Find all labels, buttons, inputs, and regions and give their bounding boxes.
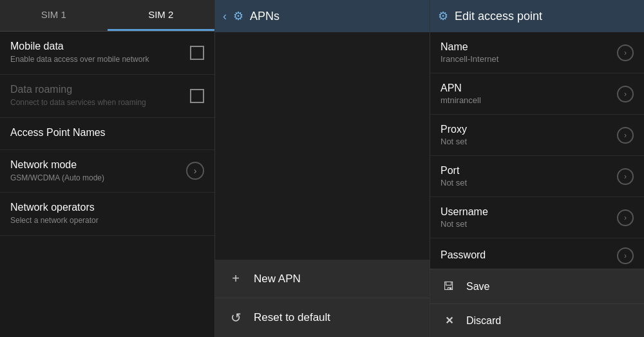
network-mode-title: Network mode	[10, 159, 104, 171]
discard-icon: ✕	[442, 314, 456, 327]
password-chevron: ›	[617, 247, 634, 264]
back-button[interactable]: ‹	[223, 10, 227, 23]
network-operators-title: Network operators	[10, 202, 204, 213]
apn-header-title: APNs	[250, 10, 279, 23]
new-apn-label: New APN	[254, 273, 301, 285]
new-apn-icon: +	[228, 271, 243, 286]
settings-list: Mobile data Enable data access over mobi…	[0, 32, 214, 337]
tab-sim2[interactable]: SIM 2	[108, 0, 215, 31]
edit-item-password[interactable]: Password ›	[430, 238, 644, 269]
apn-field-value: mtnirancell	[440, 95, 481, 105]
network-operators-subtitle: Select a network operator	[10, 215, 204, 226]
edit-gear-icon: ⚙	[438, 9, 448, 23]
discard-label: Discard	[466, 315, 501, 327]
edit-item-proxy[interactable]: Proxy Not set ›	[430, 115, 644, 156]
settings-item-apn[interactable]: Access Point Names	[0, 118, 214, 150]
edit-item-port[interactable]: Port Not set ›	[430, 156, 644, 197]
username-label: Username	[440, 206, 488, 218]
username-value: Not set	[440, 219, 488, 229]
name-label: Name	[440, 41, 498, 53]
username-chevron: ›	[617, 209, 634, 226]
save-label: Save	[466, 281, 489, 293]
edit-item-name[interactable]: Name Irancell-Internet ›	[430, 32, 644, 73]
save-button[interactable]: 🖫 Save	[430, 269, 644, 304]
apn-chevron: ›	[617, 86, 634, 102]
apn-title: Access Point Names	[10, 127, 204, 139]
edit-header-title: Edit access point	[455, 10, 542, 23]
apn-gear-icon: ⚙	[233, 9, 243, 23]
mobile-data-checkbox[interactable]	[190, 46, 204, 60]
settings-item-network-mode[interactable]: Network mode GSM/WCDMA (Auto mode) ›	[0, 150, 214, 193]
discard-button[interactable]: ✕ Discard	[430, 304, 644, 337]
tab-bar: SIM 1 SIM 2	[0, 0, 214, 32]
name-value: Irancell-Internet	[440, 54, 498, 64]
middle-panel: ‹ ⚙ APNs + New APN ↺ Reset to default	[215, 0, 430, 337]
port-value: Not set	[440, 178, 467, 188]
proxy-label: Proxy	[440, 124, 467, 135]
tab-sim1[interactable]: SIM 1	[0, 0, 108, 31]
apn-header: ‹ ⚙ APNs	[215, 0, 430, 32]
right-panel: ⚙ Edit access point Name Irancell-Intern…	[430, 0, 644, 337]
reset-default-button[interactable]: ↺ Reset to default	[215, 298, 430, 337]
settings-item-data-roaming[interactable]: Data roaming Connect to data services wh…	[0, 75, 214, 118]
apn-field-label: APN	[440, 82, 481, 94]
proxy-chevron: ›	[617, 127, 634, 144]
name-chevron: ›	[617, 44, 634, 61]
data-roaming-checkbox[interactable]	[190, 89, 204, 103]
edit-item-username[interactable]: Username Not set ›	[430, 197, 644, 238]
data-roaming-subtitle: Connect to data services when roaming	[10, 97, 146, 108]
save-discard-menu: 🖫 Save ✕ Discard	[430, 269, 644, 337]
mobile-data-title: Mobile data	[10, 41, 149, 52]
edit-list: Name Irancell-Internet › APN mtnirancell…	[430, 32, 644, 269]
mobile-data-subtitle: Enable data access over mobile network	[10, 54, 149, 65]
edit-header: ⚙ Edit access point	[430, 0, 644, 32]
reset-default-label: Reset to default	[254, 311, 330, 324]
settings-item-network-operators[interactable]: Network operators Select a network opera…	[0, 193, 214, 236]
save-icon: 🖫	[442, 280, 456, 293]
reset-default-icon: ↺	[228, 310, 243, 325]
left-panel: SIM 1 SIM 2 Mobile data Enable data acce…	[0, 0, 215, 337]
apn-context-menu: + New APN ↺ Reset to default	[215, 260, 430, 337]
network-mode-chevron: ›	[186, 162, 204, 180]
edit-item-apn[interactable]: APN mtnirancell ›	[430, 73, 644, 115]
new-apn-button[interactable]: + New APN	[215, 260, 430, 298]
network-mode-subtitle: GSM/WCDMA (Auto mode)	[10, 173, 104, 184]
port-label: Port	[440, 165, 467, 177]
proxy-value: Not set	[440, 137, 467, 146]
data-roaming-title: Data roaming	[10, 84, 146, 95]
port-chevron: ›	[617, 168, 634, 185]
settings-item-mobile-data[interactable]: Mobile data Enable data access over mobi…	[0, 32, 214, 75]
password-label: Password	[440, 249, 486, 261]
